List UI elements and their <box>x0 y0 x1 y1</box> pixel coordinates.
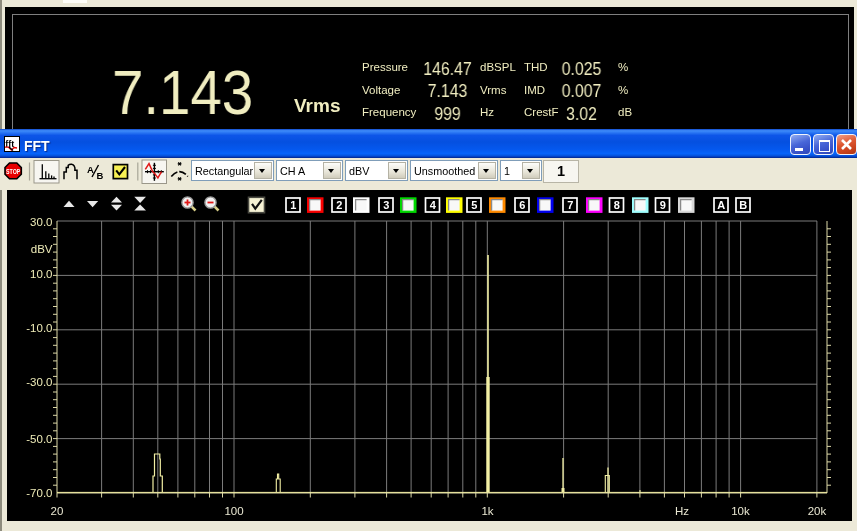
svg-text:10.0: 10.0 <box>30 268 52 280</box>
svg-text:4: 4 <box>430 199 437 211</box>
svg-text:A: A <box>87 164 94 175</box>
svg-text:A: A <box>717 199 725 211</box>
svg-text:6: 6 <box>519 199 525 211</box>
svg-text:9: 9 <box>660 199 666 211</box>
svg-text:-70.0: -70.0 <box>26 487 52 499</box>
svg-text:20k: 20k <box>808 505 827 517</box>
svg-text:3: 3 <box>383 199 389 211</box>
svg-text:dBV: dBV <box>31 243 53 255</box>
svg-text:5: 5 <box>471 199 477 211</box>
svg-text:30.0: 30.0 <box>30 216 52 228</box>
svg-text:20: 20 <box>51 505 64 517</box>
svg-text:-10.0: -10.0 <box>26 322 52 334</box>
svg-text:STOP: STOP <box>6 168 21 175</box>
svg-text:B: B <box>739 199 747 211</box>
svg-text:8: 8 <box>614 199 620 211</box>
svg-text:B: B <box>97 170 104 181</box>
svg-text:1k: 1k <box>481 505 493 517</box>
svg-text:Hz: Hz <box>675 505 689 517</box>
svg-text:-50.0: -50.0 <box>26 433 52 445</box>
svg-text:2: 2 <box>336 199 342 211</box>
svg-text:7: 7 <box>567 199 573 211</box>
svg-text:10k: 10k <box>731 505 750 517</box>
svg-text:-30.0: -30.0 <box>26 376 52 388</box>
svg-text:100: 100 <box>224 505 243 517</box>
svg-text:1: 1 <box>290 199 296 211</box>
